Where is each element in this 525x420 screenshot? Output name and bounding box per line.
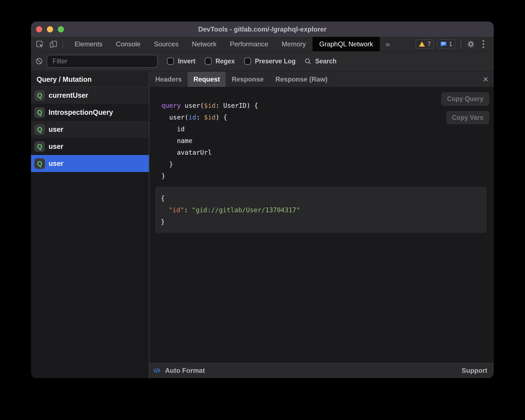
request-content: query user($id: UserID) { user(id: $id) … (149, 87, 494, 363)
query-type-badge: Q (34, 124, 45, 135)
tab-console[interactable]: Console (109, 37, 147, 51)
toolbar-divider (63, 40, 63, 48)
message-icon (440, 40, 447, 48)
search-control[interactable]: Search (304, 58, 337, 65)
device-toolbar-icon[interactable] (48, 39, 58, 49)
clear-icon[interactable] (35, 57, 43, 65)
settings-gear-icon[interactable] (466, 39, 476, 49)
warning-icon (418, 40, 426, 48)
copy-vars-button[interactable]: Copy Vars (446, 111, 490, 124)
filter-input[interactable] (47, 55, 158, 68)
query-list-item[interactable]: QIntrospectionQuery (31, 104, 149, 121)
devtools-window: DevTools - gitlab.com/-/graphql-explorer… (31, 22, 494, 378)
checkbox-preserve-log[interactable]: Preserve Log (244, 58, 296, 65)
title-bar: DevTools - gitlab.com/-/graphql-explorer (31, 22, 494, 37)
checkbox-label: Invert (178, 58, 195, 65)
search-icon (304, 58, 312, 65)
query-list-item[interactable]: Quser (31, 121, 149, 138)
tab-memory[interactable]: Memory (275, 37, 313, 51)
query-list-item[interactable]: Quser (31, 155, 149, 172)
query-name-label: user (49, 142, 63, 151)
devtools-tab-bar: ElementsConsoleSourcesNetworkPerformance… (31, 37, 494, 51)
traffic-lights (36, 22, 64, 37)
query-list-panel: Query / Mutation QcurrentUserQIntrospect… (31, 72, 149, 378)
detail-tab-response-raw-[interactable]: Response (Raw) (269, 72, 333, 87)
zoom-window-button[interactable] (58, 26, 64, 32)
close-window-button[interactable] (36, 26, 42, 32)
tab-performance[interactable]: Performance (223, 37, 275, 51)
checkbox-invert[interactable]: Invert (167, 58, 195, 65)
query-name-label: user (49, 159, 63, 168)
query-name-label: currentUser (49, 91, 88, 99)
query-list-item[interactable]: Quser (31, 138, 149, 155)
warnings-badge[interactable]: 7 (416, 39, 434, 49)
more-tabs-chevron[interactable]: » (380, 37, 393, 51)
window-title: DevTools - gitlab.com/-/graphql-explorer (198, 25, 327, 33)
tab-elements[interactable]: Elements (68, 37, 109, 51)
query-list-item[interactable]: QcurrentUser (31, 87, 149, 104)
support-link[interactable]: Support (462, 367, 487, 374)
query-type-badge: Q (34, 158, 45, 169)
query-name-label: user (49, 125, 63, 133)
auto-format-label[interactable]: Auto Format (165, 367, 205, 374)
detail-tab-request[interactable]: Request (188, 72, 226, 87)
variables-json: { "id": "gid://gitlab/User/13704317"} (155, 187, 487, 228)
tab-graphql-network[interactable]: GraphQL Network (312, 37, 380, 51)
checkbox-regex[interactable]: Regex (205, 58, 235, 65)
query-list-header: Query / Mutation (31, 72, 149, 87)
checkbox-label: Regex (216, 58, 235, 65)
query-type-badge: Q (34, 90, 45, 101)
inspect-element-icon[interactable] (35, 39, 45, 49)
request-detail-panel: HeadersRequestResponseResponse (Raw) que… (149, 72, 494, 378)
checkbox-box[interactable] (205, 58, 212, 65)
detail-tab-bar: HeadersRequestResponseResponse (Raw) (149, 72, 494, 87)
checkbox-label: Preserve Log (255, 58, 296, 65)
checkbox-box[interactable] (244, 58, 251, 65)
minimize-window-button[interactable] (47, 26, 53, 32)
more-options-icon[interactable] (479, 39, 488, 49)
graphql-query-code: query user($id: UserID) { user(id: $id) … (161, 100, 258, 182)
toolbar-divider-2 (461, 40, 461, 48)
network-filter-bar: InvertRegexPreserve Log Search (31, 51, 494, 71)
query-type-badge: Q (34, 141, 45, 152)
close-panel-button[interactable] (482, 72, 489, 87)
copy-query-button[interactable]: Copy Query (441, 92, 489, 106)
detail-footer: Auto Format Support (149, 363, 494, 378)
variables-box: { "id": "gid://gitlab/User/13704317"} (155, 187, 487, 233)
close-icon (482, 76, 489, 83)
query-name-label: IntrospectionQuery (49, 108, 113, 116)
issues-badge[interactable]: 1 (437, 39, 455, 49)
tab-sources[interactable]: Sources (147, 37, 185, 51)
detail-tab-response[interactable]: Response (226, 72, 269, 87)
code-format-icon[interactable] (153, 366, 161, 375)
detail-tab-headers[interactable]: Headers (149, 72, 188, 87)
query-type-badge: Q (34, 107, 45, 118)
checkbox-box[interactable] (167, 58, 174, 65)
tab-network[interactable]: Network (185, 37, 223, 51)
